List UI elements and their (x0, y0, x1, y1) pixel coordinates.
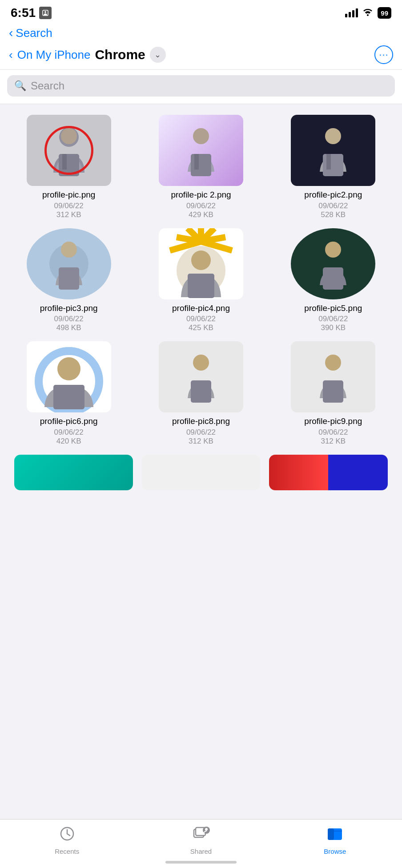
file-size-5: 425 KB (172, 323, 230, 332)
file-item-1[interactable]: profile-pic.png 09/06/22 312 KB (7, 115, 130, 219)
file-name-1: profile-pic.png (42, 190, 95, 201)
svg-rect-5 (62, 154, 67, 170)
svg-point-13 (61, 242, 77, 258)
file-info-4: profile-pic3.png 09/06/22 498 KB (40, 303, 98, 333)
back-navigation: ‹ Search (0, 23, 402, 42)
file-thumbnail-2 (159, 115, 243, 186)
tab-browse[interactable]: Browse (313, 826, 357, 855)
svg-rect-7 (191, 154, 211, 176)
file-date-2: 09/06/22 (171, 202, 231, 210)
file-info-2: profile-pic 2.png 09/06/22 429 KB (171, 190, 231, 219)
on-my-iphone-link[interactable]: On My iPhone (17, 48, 91, 62)
browse-icon (327, 826, 343, 845)
tab-browse-label: Browse (324, 848, 346, 855)
file-name-6: profile-pic5.png (304, 303, 362, 314)
svg-point-29 (57, 357, 80, 380)
battery-icon: 99 (378, 7, 391, 19)
search-bar[interactable]: 🔍 Search (7, 75, 395, 97)
svg-point-39 (205, 828, 208, 831)
file-item-5[interactable]: profile-pic4.png 09/06/22 425 KB (139, 228, 262, 333)
file-thumbnail-8 (159, 341, 243, 412)
file-size-7: 420 KB (40, 437, 98, 446)
file-thumbnail-7 (27, 341, 111, 412)
file-name-5: profile-pic4.png (172, 303, 230, 314)
tab-recents[interactable]: Recents (45, 826, 89, 855)
file-grid: profile-pic.png 09/06/22 312 KB profile-… (7, 115, 395, 446)
file-thumbnail-9 (291, 341, 375, 412)
svg-rect-32 (191, 380, 211, 403)
file-date-1: 09/06/22 (42, 202, 95, 210)
file-info-9: profile-pic9.png 09/06/22 312 KB (304, 416, 362, 446)
partial-row (7, 455, 395, 490)
file-item-2[interactable]: profile-pic 2.png 09/06/22 429 KB (139, 115, 262, 219)
shared-icon (192, 826, 210, 845)
status-bar: 6:51 99 (0, 0, 402, 23)
wifi-icon (362, 8, 373, 18)
search-icon: 🔍 (14, 80, 26, 92)
svg-rect-30 (53, 385, 84, 409)
file-date-7: 09/06/22 (40, 428, 98, 437)
file-name-4: profile-pic3.png (40, 303, 98, 314)
header-bar: ‹ On My iPhone Chrome ⌄ ··· (0, 42, 402, 70)
svg-rect-24 (188, 274, 214, 298)
file-item-6[interactable]: profile-pic5.png 09/06/22 390 KB (272, 228, 395, 333)
svg-point-3 (61, 128, 77, 144)
back-chevron-icon: ‹ (9, 26, 13, 40)
file-size-9: 312 KB (304, 437, 362, 446)
file-size-3: 528 KB (304, 210, 362, 219)
tab-shared[interactable]: Shared (179, 826, 223, 855)
signal-icon (345, 8, 358, 17)
file-size-1: 312 KB (42, 210, 95, 219)
file-date-6: 09/06/22 (304, 315, 362, 323)
svg-point-23 (191, 250, 211, 270)
on-my-iphone-back-chevron[interactable]: ‹ (9, 48, 13, 62)
partial-thumb-3 (269, 455, 388, 490)
folder-dropdown-button[interactable]: ⌄ (150, 47, 166, 63)
file-date-5: 09/06/22 (172, 315, 230, 323)
file-item-7[interactable]: profile-pic6.png 09/06/22 420 KB (7, 341, 130, 446)
tab-recents-label: Recents (55, 848, 79, 855)
svg-point-6 (193, 128, 209, 144)
file-info-6: profile-pic5.png 09/06/22 390 KB (304, 303, 362, 333)
file-info-7: profile-pic6.png 09/06/22 420 KB (40, 416, 98, 446)
file-thumbnail-3 (291, 115, 375, 186)
file-info-8: profile-pic8.png 09/06/22 312 KB (172, 416, 230, 446)
file-date-8: 09/06/22 (172, 428, 230, 437)
file-size-2: 429 KB (171, 210, 231, 219)
status-icons: 99 (345, 7, 391, 19)
more-options-button[interactable]: ··· (374, 45, 393, 64)
svg-rect-4 (59, 154, 79, 176)
file-item-4[interactable]: profile-pic3.png 09/06/22 498 KB (7, 228, 130, 333)
tab-shared-label: Shared (190, 848, 212, 855)
svg-rect-10 (323, 154, 343, 176)
chevron-down-icon: ⌄ (154, 50, 161, 60)
file-info-5: profile-pic4.png 09/06/22 425 KB (172, 303, 230, 333)
file-item-9[interactable]: profile-pic9.png 09/06/22 312 KB (272, 341, 395, 446)
header-title-group: ‹ On My iPhone Chrome ⌄ (9, 47, 166, 63)
svg-rect-8 (194, 154, 199, 170)
clock-icon (59, 826, 75, 845)
file-size-8: 312 KB (172, 437, 230, 446)
file-name-2: profile-pic 2.png (171, 190, 231, 201)
svg-point-1 (44, 11, 46, 13)
home-indicator (165, 861, 237, 864)
svg-rect-41 (328, 828, 334, 840)
file-item-8[interactable]: profile-pic8.png 09/06/22 312 KB (139, 341, 262, 446)
search-placeholder: Search (31, 80, 64, 92)
svg-rect-11 (326, 154, 331, 170)
back-link[interactable]: ‹ Search (9, 26, 52, 40)
file-thumbnail-5 (159, 228, 243, 299)
svg-rect-27 (323, 267, 343, 290)
file-name-7: profile-pic6.png (40, 416, 98, 427)
file-info-3: profile-pic2.png 09/06/22 528 KB (304, 190, 362, 219)
search-bar-container: 🔍 Search (0, 70, 402, 104)
file-item-3[interactable]: profile-pic2.png 09/06/22 528 KB (272, 115, 395, 219)
svg-point-9 (325, 128, 341, 144)
svg-rect-34 (323, 380, 343, 403)
contact-card-icon (39, 7, 52, 19)
svg-point-33 (325, 355, 341, 371)
file-size-6: 390 KB (304, 323, 362, 332)
svg-rect-14 (59, 267, 79, 290)
file-name-9: profile-pic9.png (304, 416, 362, 427)
partial-thumb-2 (142, 455, 261, 490)
